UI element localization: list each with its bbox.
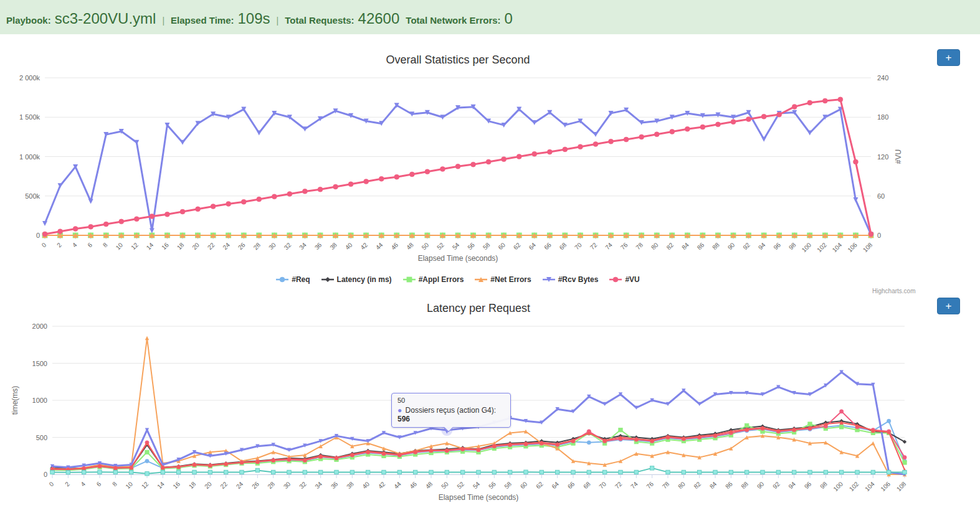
- svg-text:12: 12: [130, 241, 140, 251]
- legend-marker-icon: [475, 276, 487, 283]
- svg-text:6: 6: [86, 241, 93, 248]
- svg-text:500: 500: [36, 434, 47, 441]
- svg-text:60: 60: [519, 480, 529, 490]
- svg-text:66: 66: [566, 480, 576, 490]
- svg-text:94: 94: [757, 241, 767, 251]
- chart-tooltip: 50 ● Dossiers reçus (action G4): 596: [391, 393, 511, 428]
- svg-text:2: 2: [55, 241, 63, 248]
- svg-text:38: 38: [345, 480, 355, 490]
- svg-text:44: 44: [392, 480, 402, 490]
- svg-text:48: 48: [424, 480, 434, 490]
- svg-text:56: 56: [466, 241, 476, 251]
- svg-text:78: 78: [661, 480, 671, 490]
- svg-text:96: 96: [803, 480, 813, 490]
- svg-text:8: 8: [102, 241, 109, 248]
- svg-text:1000: 1000: [32, 397, 47, 404]
- svg-text:time(ms): time(ms): [11, 386, 19, 415]
- svg-text:58: 58: [482, 241, 492, 251]
- svg-text:44: 44: [374, 241, 384, 251]
- tooltip-series-row: ● Dossiers reçus (action G4): 596: [397, 406, 505, 423]
- svg-text:12: 12: [140, 480, 150, 490]
- latency-chart-title: Latency per Request: [0, 302, 957, 315]
- svg-text:76: 76: [619, 241, 629, 251]
- legend-marker-icon: [609, 276, 622, 283]
- svg-text:56: 56: [487, 480, 497, 490]
- svg-text:10: 10: [124, 480, 134, 490]
- svg-text:100: 100: [801, 241, 813, 253]
- legend-item-label: #VU: [625, 275, 639, 284]
- svg-text:52: 52: [455, 480, 465, 490]
- svg-text:Elapsed Time (seconds): Elapsed Time (seconds): [439, 493, 519, 502]
- svg-text:58: 58: [503, 480, 513, 490]
- network-errors-value: 0: [505, 10, 513, 27]
- svg-text:100: 100: [832, 480, 845, 492]
- legend-item-label: #Rcv Bytes: [558, 275, 599, 284]
- svg-text:Elapsed Time (seconds): Elapsed Time (seconds): [418, 254, 498, 263]
- highcharts-credit-link[interactable]: Highcharts.com: [872, 288, 915, 294]
- legend-item-net-errors[interactable]: #Net Errors: [475, 275, 531, 284]
- tooltip-series-name: Dossiers reçus (action G4): [406, 406, 494, 415]
- svg-text:6: 6: [95, 480, 103, 487]
- svg-text:108: 108: [895, 480, 908, 492]
- summary-header: Playbook: sc3-200VU.yml | Elapsed Time: …: [0, 0, 980, 34]
- svg-text:66: 66: [543, 241, 553, 251]
- legend-marker-icon: [543, 276, 555, 283]
- header-separator: |: [162, 16, 164, 26]
- svg-text:104: 104: [831, 241, 844, 253]
- legend-item-rcv-bytes[interactable]: #Rcv Bytes: [543, 275, 599, 284]
- legend-marker-icon: [403, 276, 416, 283]
- svg-text:30: 30: [267, 241, 277, 251]
- svg-text:28: 28: [252, 241, 262, 251]
- legend-item-label: #Appl Errors: [419, 275, 464, 284]
- legend-item-vu[interactable]: #VU: [609, 275, 639, 284]
- svg-text:36: 36: [313, 241, 323, 251]
- svg-text:1500: 1500: [32, 360, 47, 367]
- svg-text:102: 102: [848, 480, 860, 492]
- legend-item-label: #Net Errors: [490, 275, 531, 284]
- svg-text:180: 180: [877, 113, 888, 121]
- svg-text:2 000k: 2 000k: [19, 74, 40, 82]
- add-chart-button-top[interactable]: +: [937, 49, 960, 66]
- network-errors-label: Total Network Errors:: [406, 15, 500, 26]
- svg-text:86: 86: [696, 241, 706, 251]
- svg-text:2: 2: [64, 480, 71, 487]
- svg-text:240: 240: [877, 74, 888, 82]
- legend-item-latency-in-ms[interactable]: Latency (in ms): [321, 275, 392, 284]
- svg-text:80: 80: [650, 241, 660, 251]
- overall-stats-chart[interactable]: 00500k601 000k1201 500k1802 000k24002468…: [0, 0, 980, 296]
- svg-text:0: 0: [48, 480, 55, 487]
- legend-item-appl-errors[interactable]: #Appl Errors: [403, 275, 464, 284]
- legend-marker-icon: [321, 276, 334, 283]
- svg-text:28: 28: [266, 480, 276, 490]
- svg-text:18: 18: [176, 241, 186, 251]
- svg-text:0: 0: [36, 232, 40, 239]
- svg-text:500k: 500k: [25, 192, 40, 200]
- legend-item-label: Latency (in ms): [337, 275, 392, 284]
- svg-text:68: 68: [582, 480, 592, 490]
- svg-text:106: 106: [880, 480, 892, 492]
- svg-text:54: 54: [472, 480, 482, 490]
- svg-text:1 000k: 1 000k: [19, 153, 40, 161]
- svg-text:74: 74: [604, 241, 614, 251]
- svg-text:86: 86: [724, 480, 734, 490]
- svg-text:14: 14: [145, 241, 155, 251]
- legend-marker-icon: [276, 276, 288, 283]
- svg-text:74: 74: [629, 480, 639, 490]
- svg-text:90: 90: [756, 480, 766, 490]
- svg-text:82: 82: [692, 480, 702, 490]
- svg-text:10: 10: [115, 241, 125, 251]
- svg-text:88: 88: [740, 480, 749, 490]
- add-chart-button-bottom[interactable]: +: [937, 298, 960, 314]
- svg-text:84: 84: [680, 241, 690, 251]
- svg-text:1 500k: 1 500k: [19, 113, 40, 121]
- svg-text:72: 72: [614, 480, 624, 490]
- svg-text:62: 62: [512, 241, 522, 251]
- svg-text:34: 34: [298, 241, 308, 251]
- svg-text:98: 98: [819, 480, 829, 490]
- svg-text:0: 0: [44, 471, 47, 478]
- svg-text:0: 0: [877, 232, 881, 239]
- total-requests-value: 42600: [358, 10, 400, 27]
- legend-item-req[interactable]: #Req: [276, 275, 310, 284]
- series-bullet-icon: ●: [397, 406, 402, 415]
- svg-text:2000: 2000: [32, 322, 47, 330]
